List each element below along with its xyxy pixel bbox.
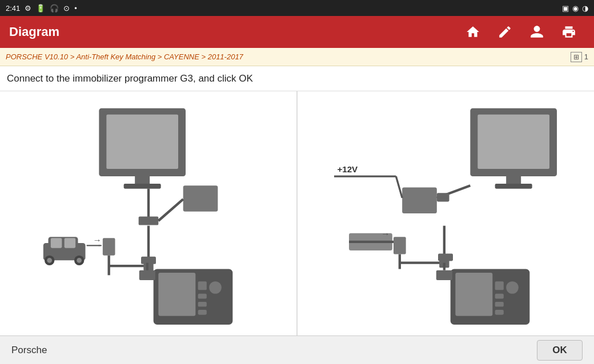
right-arrow-right: → [381, 229, 390, 238]
home-button[interactable] [457, 16, 489, 48]
location-icon: ◉ [572, 4, 579, 13]
module-box-left [183, 185, 218, 212]
settings-icon: ⚙ [25, 4, 31, 13]
expand-icon[interactable]: ⊞ [571, 52, 582, 62]
instruction-text: Connect to the immobilizer programmer G3… [7, 73, 253, 84]
g3-knob-right [506, 281, 519, 294]
page-title: Diagram [9, 25, 457, 39]
small-connector-right [438, 253, 453, 261]
monitor-stand-left [135, 176, 150, 185]
svg-rect-2 [51, 238, 62, 248]
dot-icon: • [74, 4, 77, 13]
footer-brand: Porsche [11, 345, 47, 356]
monitor-base-left [124, 184, 161, 189]
home-icon [465, 25, 480, 39]
footer: Porsche OK [0, 335, 594, 364]
toolbar: Diagram [0, 16, 594, 48]
diagram-left-svg: → → [0, 91, 297, 335]
signal-icon: ▣ [562, 4, 569, 13]
diagram-area: → → [0, 91, 594, 335]
edit-button[interactable] [489, 16, 521, 48]
g3-btn-left [198, 294, 207, 299]
g3-btn3-right [495, 310, 504, 315]
car-icon-left [43, 237, 86, 265]
obd-connector-right [394, 237, 406, 254]
headphone-icon: 🎧 [50, 4, 59, 13]
ok-button[interactable]: OK [537, 340, 583, 361]
status-bar: 2:41 ⚙ 🔋 🎧 ⊙ • ▣ ◉ ◑ [0, 0, 594, 16]
g3-screen-left [158, 273, 195, 316]
g3-screen-right [455, 273, 492, 316]
g3-btn2-left [198, 302, 207, 307]
monitor-screen-left [106, 115, 178, 169]
svg-point-7 [77, 258, 82, 263]
main-content: → → [0, 91, 594, 335]
monitor-stand-right [506, 176, 521, 185]
person-button[interactable] [521, 16, 553, 48]
right-arrow1-left: → [93, 235, 101, 245]
print-icon [561, 25, 576, 39]
plus12v-label: +12V [337, 165, 358, 175]
g3-knob-left [209, 281, 222, 294]
g3-btn3-left [198, 310, 207, 315]
diagram-right-svg: +12V [297, 91, 594, 335]
print-button[interactable] [553, 16, 585, 48]
time-display: 2:41 [6, 4, 20, 13]
cable-diagonal-left [158, 199, 183, 221]
module-box-right [402, 188, 437, 214]
breadcrumb-bar: PORSCHE V10.10 > Anti-Theft Key Matching… [0, 48, 594, 66]
monitor-base-right [495, 184, 532, 189]
breadcrumb-right: ⊞ 1 [571, 52, 588, 62]
svg-point-5 [47, 258, 52, 263]
connector1-left [139, 216, 159, 225]
page-number: 1 [584, 52, 588, 61]
monitor-screen-right [477, 115, 549, 169]
toolbar-icons [457, 16, 585, 48]
connector-module-right [437, 193, 449, 201]
ring-icon: ⊙ [63, 4, 70, 13]
g3-key1-right [495, 281, 504, 290]
diagram-left: → → [0, 91, 297, 335]
status-left: 2:41 ⚙ 🔋 🎧 ⊙ • [6, 4, 77, 13]
plus12v-to-module [396, 176, 402, 198]
instruction-bar: Connect to the immobilizer programmer G3… [0, 66, 594, 91]
status-right: ▣ ◉ ◑ [562, 4, 588, 13]
g3-key1-left [198, 281, 207, 290]
g3-btn2-right [495, 302, 504, 307]
breadcrumb: PORSCHE V10.10 > Anti-Theft Key Matching… [6, 52, 243, 61]
g3-top-connector-right [436, 270, 452, 280]
edit-icon [497, 25, 512, 39]
obd-connector-left [103, 238, 115, 255]
g3-top-connector-left [139, 270, 155, 280]
svg-rect-3 [65, 238, 76, 248]
g3-btn1-right [495, 294, 504, 299]
battery-icon: 🔋 [36, 4, 45, 13]
diagram-right: +12V [297, 91, 594, 335]
volume-icon: ◑ [582, 4, 588, 13]
person-icon [529, 25, 544, 39]
